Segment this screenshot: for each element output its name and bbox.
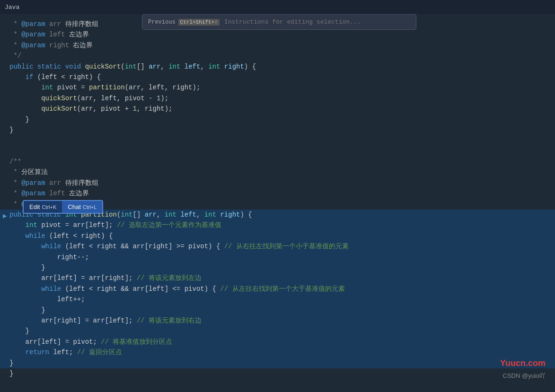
code-container: * @param arr 待排序数组 * @param left 左边界 * @… [0,14,555,383]
edit-button[interactable]: Edit Ctrl+K [24,201,62,213]
code-line-selected: right--; [0,252,555,262]
code-line: public static void quickSort(int[] arr, … [0,61,555,72]
code-line-selected: } [0,326,555,336]
code-line-selected: arr[left] = pivot; // 将基准值放到分区点 [0,337,555,347]
code-line: } [0,125,555,135]
chat-label: Chat [68,203,80,210]
code-line: /** [0,157,555,167]
code-line-selected: return left; // 返回分区点 [0,347,555,357]
code-line-selected: int pivot = arr[left]; // 选取左边第一个元素作为基准值 [0,220,555,230]
code-line-selected: arr[left] = arr[right]; // 将该元素放到左边 [0,273,555,283]
code-line: */ [0,51,555,61]
instruction-popup: Previous Ctrl+Shift+↑ [142,14,416,30]
code-line: * 分区算法 [0,167,555,177]
code-line: int pivot = partition(arr, left, right); [0,82,555,93]
code-line: * @param left 左边界 [0,29,555,40]
code-line: } [0,114,555,125]
chat-button[interactable]: Chat Ctrl+L [62,201,102,213]
code-line: * @param arr 待排序数组 [0,178,555,188]
editor-area: * @param arr 待排序数组 * @param left 左边界 * @… [0,14,555,392]
top-bar: Java [0,0,555,14]
code-line-selected: while (left < right) { [0,231,555,241]
code-line [0,135,555,146]
code-line-selected: left++; [0,294,555,305]
edit-chat-toolbar: Edit Ctrl+K Chat Ctrl+L [23,200,103,214]
popup-nav: Previous Ctrl+Shift+↑ [148,19,220,26]
watermark-csdn: CSDN @yuio吖 [503,372,546,380]
instruction-input[interactable] [224,18,410,26]
code-line-selected: arr[right] = arr[left]; // 将该元素放到右边 [0,315,555,326]
code-line: quickSort(arr, pivot + 1, right); [0,104,555,114]
code-line: * @param right 右边界 [0,40,555,51]
gutter-arrow: ▶ [3,212,7,220]
watermark-yuucn: Yuucn.com [500,358,546,368]
code-line-selected: } [0,358,555,368]
editor-title: Java [5,4,19,11]
code-line: } [0,368,555,379]
code-line: quickSort(arr, left, pivot - 1); [0,93,555,104]
prev-shortcut-badge: Ctrl+Shift+↑ [178,19,220,26]
code-line-selected: while (left < right && arr[left] <= pivo… [0,284,555,294]
code-line: * @param left 左边界 [0,188,555,199]
chat-shortcut: Ctrl+L [83,204,97,210]
code-line [0,146,555,157]
previous-button[interactable]: Previous [148,19,176,26]
code-line: if (left < right) { [0,72,555,82]
code-line-selected: } [0,305,555,315]
code-line-selected: } [0,262,555,273]
edit-label: Edit [29,203,40,210]
code-line-selected: while (left < right && arr[right] >= piv… [0,241,555,252]
edit-shortcut: Ctrl+K [42,204,56,210]
